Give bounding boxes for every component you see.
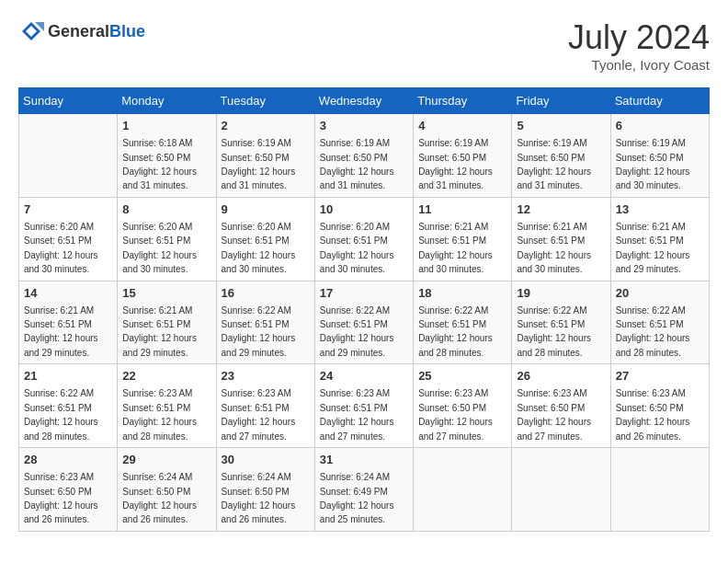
- page-header: GeneralBlue July 2024 Tyonle, Ivory Coas…: [18, 18, 710, 73]
- calendar-cell: 29Sunrise: 6:24 AM Sunset: 6:50 PM Dayli…: [118, 448, 216, 532]
- day-info: Sunrise: 6:21 AM Sunset: 6:51 PM Dayligh…: [418, 222, 493, 274]
- day-info: Sunrise: 6:22 AM Sunset: 6:51 PM Dayligh…: [320, 305, 394, 358]
- day-number: 3: [320, 118, 408, 134]
- day-number: 21: [24, 368, 112, 385]
- calendar-cell: 26Sunrise: 6:23 AM Sunset: 6:50 PM Dayli…: [512, 364, 610, 448]
- logo: GeneralBlue: [18, 18, 145, 44]
- day-number: 7: [24, 201, 112, 218]
- day-info: Sunrise: 6:23 AM Sunset: 6:50 PM Dayligh…: [616, 388, 690, 441]
- day-number: 29: [122, 452, 210, 468]
- day-number: 12: [517, 201, 605, 218]
- month-year-title: July 2024: [568, 18, 710, 57]
- day-number: 19: [517, 285, 605, 302]
- calendar-cell: [610, 448, 709, 532]
- calendar-table: SundayMondayTuesdayWednesdayThursdayFrid…: [18, 87, 710, 532]
- day-number: 22: [122, 368, 210, 385]
- logo-icon: [18, 18, 44, 44]
- calendar-cell: 11Sunrise: 6:21 AM Sunset: 6:51 PM Dayli…: [414, 197, 512, 281]
- day-number: 11: [418, 201, 506, 218]
- header-day-thursday: Thursday: [414, 88, 512, 114]
- day-number: 20: [616, 285, 704, 302]
- header-day-saturday: Saturday: [610, 88, 709, 114]
- calendar-cell: 8Sunrise: 6:20 AM Sunset: 6:51 PM Daylig…: [118, 197, 216, 281]
- day-info: Sunrise: 6:21 AM Sunset: 6:51 PM Dayligh…: [122, 305, 197, 358]
- calendar-cell: 10Sunrise: 6:20 AM Sunset: 6:51 PM Dayli…: [314, 197, 413, 281]
- day-number: 5: [517, 118, 605, 134]
- day-info: Sunrise: 6:23 AM Sunset: 6:51 PM Dayligh…: [320, 388, 394, 441]
- day-number: 23: [222, 368, 310, 385]
- calendar-cell: 20Sunrise: 6:22 AM Sunset: 6:51 PM Dayli…: [610, 281, 709, 364]
- day-info: Sunrise: 6:19 AM Sunset: 6:50 PM Dayligh…: [418, 138, 493, 190]
- calendar-cell: 12Sunrise: 6:21 AM Sunset: 6:51 PM Dayli…: [512, 197, 610, 281]
- day-number: 4: [418, 118, 506, 134]
- calendar-cell: 31Sunrise: 6:24 AM Sunset: 6:49 PM Dayli…: [314, 448, 413, 532]
- calendar-cell: 24Sunrise: 6:23 AM Sunset: 6:51 PM Dayli…: [314, 364, 413, 448]
- day-info: Sunrise: 6:22 AM Sunset: 6:51 PM Dayligh…: [24, 388, 98, 441]
- day-number: 31: [320, 452, 408, 468]
- calendar-cell: 18Sunrise: 6:22 AM Sunset: 6:51 PM Dayli…: [414, 281, 512, 364]
- day-info: Sunrise: 6:19 AM Sunset: 6:50 PM Dayligh…: [616, 138, 690, 190]
- day-info: Sunrise: 6:24 AM Sunset: 6:50 PM Dayligh…: [222, 472, 296, 524]
- day-info: Sunrise: 6:21 AM Sunset: 6:51 PM Dayligh…: [616, 222, 690, 274]
- day-number: 6: [616, 118, 704, 134]
- day-info: Sunrise: 6:19 AM Sunset: 6:50 PM Dayligh…: [517, 138, 591, 190]
- calendar-week-row: 7Sunrise: 6:20 AM Sunset: 6:51 PM Daylig…: [19, 197, 710, 281]
- day-info: Sunrise: 6:22 AM Sunset: 6:51 PM Dayligh…: [418, 305, 493, 358]
- logo-general-text: General: [48, 22, 109, 40]
- day-number: 26: [517, 368, 605, 385]
- calendar-cell: 3Sunrise: 6:19 AM Sunset: 6:50 PM Daylig…: [314, 114, 413, 198]
- calendar-cell: 22Sunrise: 6:23 AM Sunset: 6:51 PM Dayli…: [118, 364, 216, 448]
- day-info: Sunrise: 6:21 AM Sunset: 6:51 PM Dayligh…: [24, 305, 98, 358]
- day-info: Sunrise: 6:21 AM Sunset: 6:51 PM Dayligh…: [517, 222, 591, 274]
- calendar-cell: 25Sunrise: 6:23 AM Sunset: 6:50 PM Dayli…: [414, 364, 512, 448]
- calendar-cell: [19, 114, 118, 198]
- day-info: Sunrise: 6:20 AM Sunset: 6:51 PM Dayligh…: [122, 222, 197, 274]
- header-day-sunday: Sunday: [19, 88, 118, 114]
- calendar-cell: 9Sunrise: 6:20 AM Sunset: 6:51 PM Daylig…: [216, 197, 314, 281]
- day-number: 24: [320, 368, 408, 385]
- logo-blue-text: Blue: [109, 22, 145, 40]
- calendar-week-row: 14Sunrise: 6:21 AM Sunset: 6:51 PM Dayli…: [19, 281, 710, 364]
- calendar-body: 1Sunrise: 6:18 AM Sunset: 6:50 PM Daylig…: [19, 114, 710, 532]
- day-info: Sunrise: 6:23 AM Sunset: 6:51 PM Dayligh…: [122, 388, 197, 441]
- calendar-cell: 27Sunrise: 6:23 AM Sunset: 6:50 PM Dayli…: [610, 364, 709, 448]
- calendar-week-row: 28Sunrise: 6:23 AM Sunset: 6:50 PM Dayli…: [19, 448, 710, 532]
- header-row: SundayMondayTuesdayWednesdayThursdayFrid…: [19, 88, 710, 114]
- day-info: Sunrise: 6:20 AM Sunset: 6:51 PM Dayligh…: [320, 222, 394, 274]
- calendar-week-row: 21Sunrise: 6:22 AM Sunset: 6:51 PM Dayli…: [19, 364, 710, 448]
- calendar-cell: 6Sunrise: 6:19 AM Sunset: 6:50 PM Daylig…: [610, 114, 709, 198]
- calendar-cell: 28Sunrise: 6:23 AM Sunset: 6:50 PM Dayli…: [19, 448, 118, 532]
- day-number: 8: [122, 201, 210, 218]
- calendar-cell: 30Sunrise: 6:24 AM Sunset: 6:50 PM Dayli…: [216, 448, 314, 532]
- calendar-cell: 5Sunrise: 6:19 AM Sunset: 6:50 PM Daylig…: [512, 114, 610, 198]
- day-number: 14: [24, 285, 112, 302]
- location-subtitle: Tyonle, Ivory Coast: [568, 57, 710, 73]
- header-day-tuesday: Tuesday: [216, 88, 314, 114]
- day-info: Sunrise: 6:22 AM Sunset: 6:51 PM Dayligh…: [616, 305, 690, 358]
- day-number: 30: [222, 452, 310, 468]
- calendar-cell: 4Sunrise: 6:19 AM Sunset: 6:50 PM Daylig…: [414, 114, 512, 198]
- day-info: Sunrise: 6:23 AM Sunset: 6:50 PM Dayligh…: [418, 388, 493, 441]
- calendar-cell: 15Sunrise: 6:21 AM Sunset: 6:51 PM Dayli…: [118, 281, 216, 364]
- day-number: 17: [320, 285, 408, 302]
- header-day-friday: Friday: [512, 88, 610, 114]
- day-number: 1: [122, 118, 210, 134]
- day-number: 25: [418, 368, 506, 385]
- day-info: Sunrise: 6:24 AM Sunset: 6:50 PM Dayligh…: [122, 472, 197, 524]
- title-block: July 2024 Tyonle, Ivory Coast: [568, 18, 710, 73]
- calendar-cell: 17Sunrise: 6:22 AM Sunset: 6:51 PM Dayli…: [314, 281, 413, 364]
- calendar-cell: [414, 448, 512, 532]
- header-day-wednesday: Wednesday: [314, 88, 413, 114]
- day-info: Sunrise: 6:22 AM Sunset: 6:51 PM Dayligh…: [222, 305, 296, 358]
- calendar-cell: 21Sunrise: 6:22 AM Sunset: 6:51 PM Dayli…: [19, 364, 118, 448]
- calendar-cell: 2Sunrise: 6:19 AM Sunset: 6:50 PM Daylig…: [216, 114, 314, 198]
- calendar-week-row: 1Sunrise: 6:18 AM Sunset: 6:50 PM Daylig…: [19, 114, 710, 198]
- day-number: 15: [122, 285, 210, 302]
- calendar-header: SundayMondayTuesdayWednesdayThursdayFrid…: [19, 88, 710, 114]
- calendar-cell: 1Sunrise: 6:18 AM Sunset: 6:50 PM Daylig…: [118, 114, 216, 198]
- day-number: 27: [616, 368, 704, 385]
- day-number: 13: [616, 201, 704, 218]
- header-day-monday: Monday: [118, 88, 216, 114]
- day-number: 9: [222, 201, 310, 218]
- day-info: Sunrise: 6:20 AM Sunset: 6:51 PM Dayligh…: [24, 222, 98, 274]
